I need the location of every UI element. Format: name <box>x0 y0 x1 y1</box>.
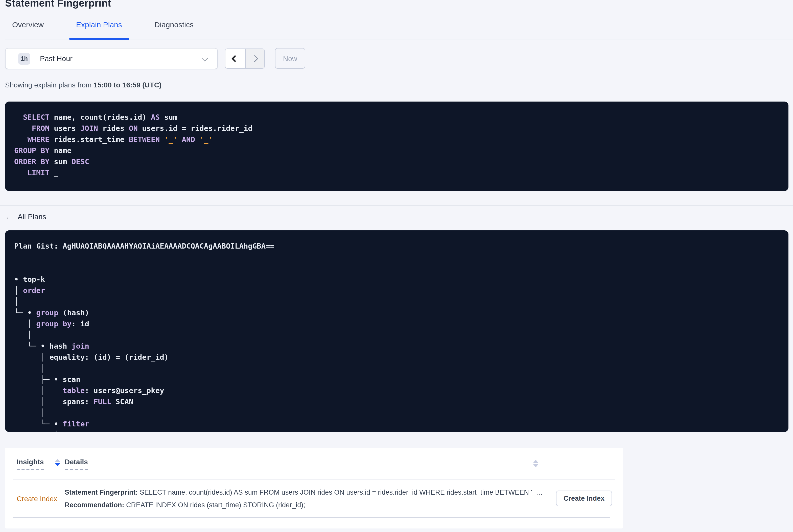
tab-diagnostics-label: Diagnostics <box>154 20 193 29</box>
details-column-header: Details <box>65 458 88 470</box>
statement-fingerprint-label: Statement Fingerprint: <box>65 488 138 496</box>
details-column-title[interactable]: Details <box>65 458 88 470</box>
showing-range-prefix: Showing explain plans from <box>5 81 94 89</box>
sort-ascending-arrow-icon <box>55 459 60 462</box>
create-index-button[interactable]: Create Index <box>556 491 612 506</box>
chevron-down-icon <box>202 55 208 61</box>
time-range-badge: 1h <box>18 53 30 64</box>
insights-table-header: Insights Details <box>5 448 623 479</box>
all-plans-back-link[interactable]: ← All Plans <box>5 212 46 221</box>
chevron-right-icon <box>251 55 258 62</box>
plan-gist-value: AgHUAQIABQAAAAHYAQIAiAEAAAADCQACAgAABQIL… <box>63 242 275 250</box>
all-plans-label: All Plans <box>18 212 46 221</box>
tab-bar: Overview Explain Plans Diagnostics <box>5 13 793 39</box>
time-controls: 1h Past Hour Now <box>5 48 305 69</box>
statement-fingerprint-page: Statement Fingerprint Overview Explain P… <box>0 0 793 532</box>
insight-recommendation-line: Recommendation: CREATE INDEX ON rides (s… <box>65 498 556 511</box>
sql-fingerprint-box: SELECT name, count(rides.id) AS sum FROM… <box>5 101 789 191</box>
sort-ascending-arrow-icon <box>533 460 538 463</box>
showing-range-text: Showing explain plans from 15:00 to 16:5… <box>5 81 162 89</box>
page-title: Statement Fingerprint <box>5 0 111 9</box>
tab-overview-label: Overview <box>12 20 44 29</box>
insight-type-link[interactable]: Create Index <box>5 494 65 502</box>
sort-insights-icon[interactable] <box>55 459 60 466</box>
statement-fingerprint-text: SELECT name, count(rides.id) AS sum FROM… <box>138 488 543 496</box>
tab-explain-plans[interactable]: Explain Plans <box>69 13 129 39</box>
plan-gist-label: Plan Gist: <box>14 242 63 250</box>
row-action-cell: Create Index <box>556 491 612 506</box>
time-step-button-group <box>225 49 265 69</box>
insights-column-title[interactable]: Insights <box>17 458 44 470</box>
plan-gist-line: Plan Gist: AgHUAQIABQAAAAHYAQIAiAEAAAADC… <box>14 241 779 252</box>
next-time-button[interactable] <box>245 49 264 68</box>
insights-table-card: Insights Details Create Index Statement … <box>5 448 623 529</box>
plan-gist-box: Plan Gist: AgHUAQIABQAAAAHYAQIAiAEAAAADC… <box>5 230 789 432</box>
recommendation-text: CREATE INDEX ON rides (start_time) STORI… <box>124 501 305 509</box>
insight-statement-line: Statement Fingerprint: SELECT name, coun… <box>65 486 556 498</box>
sort-descending-arrow-icon <box>533 464 538 467</box>
active-tab-underline <box>69 38 129 40</box>
time-range-label: Past Hour <box>40 55 73 63</box>
back-arrow-icon: ← <box>5 212 13 221</box>
sort-descending-arrow-icon <box>55 463 60 466</box>
plan-tree: • top-k│ order│└─ • group (hash) │ group… <box>14 274 779 432</box>
now-button[interactable]: Now <box>275 48 305 69</box>
tab-explain-plans-label: Explain Plans <box>76 20 122 29</box>
section-divider <box>0 205 793 206</box>
sort-details-icon[interactable] <box>533 460 538 467</box>
tab-diagnostics[interactable]: Diagnostics <box>147 13 201 39</box>
table-row-divider <box>13 517 610 518</box>
recommendation-label: Recommendation: <box>65 501 124 509</box>
insight-details-cell: Statement Fingerprint: SELECT name, coun… <box>65 486 556 511</box>
sql-fingerprint-code: SELECT name, count(rides.id) AS sum FROM… <box>14 112 779 178</box>
insights-column-header: Insights <box>5 458 65 470</box>
tab-overview[interactable]: Overview <box>5 13 51 39</box>
table-row: Create Index Statement Fingerprint: SELE… <box>5 479 623 518</box>
previous-time-button[interactable] <box>225 49 245 68</box>
showing-range-value: 15:00 to 16:59 (UTC) <box>94 81 162 89</box>
chevron-left-icon <box>231 55 239 62</box>
time-range-dropdown[interactable]: 1h Past Hour <box>5 48 218 69</box>
